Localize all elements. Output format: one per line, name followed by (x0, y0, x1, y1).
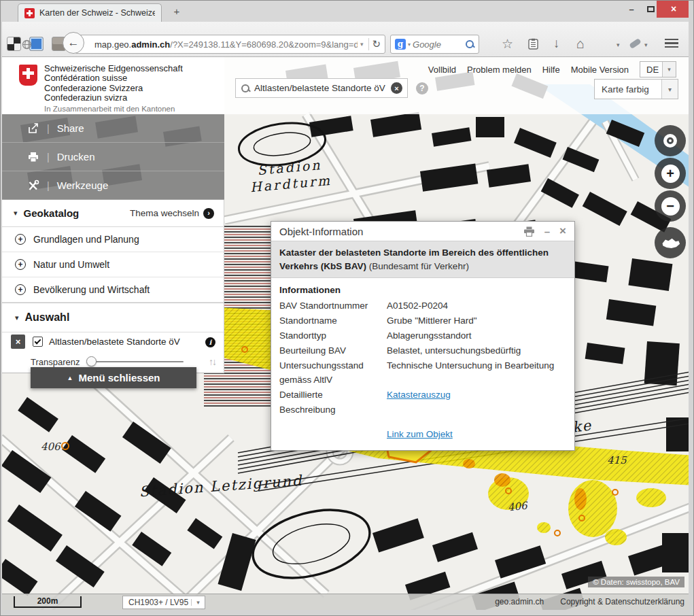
expand-plus-icon[interactable]: + (15, 234, 26, 245)
object-info-popup: Objekt-Information – × Kataster der bela… (271, 221, 575, 451)
clear-search-icon[interactable]: × (391, 82, 402, 94)
popup-titlebar[interactable]: Objekt-Information – × (271, 222, 574, 241)
info-row: Standortname Grube "Mittlerer Hard" (279, 313, 566, 328)
elevation-label: 406 (507, 500, 527, 514)
expand-plus-icon[interactable]: + (15, 259, 26, 270)
field-label: Detaillierte Beschreibung (279, 388, 380, 417)
map-attribution: © Daten: swisstopo, BAV (588, 577, 684, 587)
category-grundlagen[interactable]: + Grundlagen und Planung (0, 227, 224, 252)
search-icon[interactable] (465, 39, 474, 49)
slider-handle[interactable] (86, 356, 97, 366)
reload-icon[interactable]: ↻ (372, 38, 381, 50)
link-vollbild[interactable]: Vollbild (428, 65, 456, 75)
elevation-label: 406 (41, 441, 60, 453)
window-minimize-button[interactable]: – (621, 1, 642, 16)
remove-layer-button[interactable]: × (11, 335, 25, 349)
projection-value: CH1903+ / LV95 (123, 598, 191, 607)
site-header: Schweizerische Eidgenossenschaft Confédé… (0, 57, 694, 114)
triangle-up-icon: ▲ (67, 375, 73, 381)
extension-icon[interactable] (7, 37, 21, 51)
chevron-down-icon[interactable]: ▾ (617, 41, 620, 48)
category-label: Grundlagen und Planung (33, 234, 139, 245)
new-tab-button[interactable]: + (169, 5, 185, 19)
chevron-down-icon[interactable]: ▾ (644, 41, 648, 48)
browser-search-input[interactable] (413, 39, 463, 50)
reorder-arrows-icon[interactable]: ↑↓ (209, 356, 215, 367)
print-icon[interactable] (523, 226, 535, 237)
url-dropdown-icon[interactable]: ▾ (360, 41, 364, 48)
layer-row: × Altlasten/belastete Standorte öV i (0, 332, 224, 351)
sidebar: | Share | Drucken | Werkzeuge ▾ Geokatal… (0, 114, 224, 373)
search-help-icon[interactable]: ? (416, 82, 428, 95)
minimize-icon[interactable]: – (544, 226, 550, 237)
selection-header[interactable]: ▾ Auswahl (0, 303, 224, 332)
back-button[interactable]: ← (63, 32, 84, 54)
bookmark-star-icon[interactable]: ☆ (502, 36, 513, 52)
language-value: DE (640, 65, 662, 75)
category-bevoelkerung[interactable]: + Bevölkerung und Wirtschaft (0, 277, 224, 303)
geocatalog-title: Geokatalog (24, 207, 130, 219)
close-menu-button[interactable]: ▲ Menü schliessen (31, 367, 196, 388)
share-button[interactable]: | Share (0, 114, 224, 143)
downloads-icon[interactable]: ↓ (553, 36, 560, 51)
browser-tab[interactable]: Karten der Schweiz - Schweize... (18, 3, 162, 22)
zoom-in-button[interactable]: + (655, 158, 686, 189)
footer-site-link[interactable]: geo.admin.ch (495, 597, 544, 606)
confederation-text: Schweizerische Eidgenossenschaft Confédé… (44, 64, 183, 103)
transparency-label: Transparenz (31, 357, 80, 367)
elevation-label: 415 (607, 454, 627, 466)
close-icon[interactable]: × (559, 224, 566, 238)
map-search-input[interactable] (254, 83, 387, 93)
window-frame (0, 0, 2, 616)
link-problem-melden[interactable]: Problem melden (467, 65, 532, 75)
footer-copyright-link[interactable]: Copyright & Datenschutzerklärung (560, 597, 684, 606)
window-titlebar[interactable]: Karten der Schweiz - Schweize... + – × (0, 0, 694, 22)
theme-switch-link[interactable]: Thema wechseln › (130, 208, 214, 219)
transparency-slider[interactable] (88, 361, 184, 362)
field-label: Standortname (279, 313, 380, 328)
expand-plus-icon[interactable]: + (15, 284, 26, 295)
map-style-select[interactable]: Karte farbig ▾ (594, 79, 678, 99)
object-link[interactable]: Link zum Objekt (387, 429, 453, 439)
link-mobile-version[interactable]: Mobile Version (571, 65, 629, 75)
tools-button[interactable]: | Werkzeuge (0, 171, 224, 200)
language-select[interactable]: DE ▾ (640, 61, 676, 78)
layer-checkbox[interactable] (33, 337, 43, 347)
chevron-down-icon[interactable]: ▾ (408, 41, 411, 48)
layer-label: Altlasten/belastete Standorte öV (49, 337, 180, 347)
arrow-right-icon: › (203, 208, 214, 219)
swiss-favicon-icon (24, 8, 35, 18)
map-search-box[interactable]: × (235, 78, 408, 98)
window-close-button[interactable]: × (657, 0, 691, 18)
field-value: Grube "Mittlerer Hard" (387, 313, 566, 328)
projection-select[interactable]: CH1903+ / LV95 ▾ (122, 596, 205, 609)
menu-hamburger-icon[interactable] (665, 39, 678, 48)
print-button[interactable]: | Drucken (0, 143, 224, 171)
info-row: Beurteilung BAV Belastet, untersuchungsb… (279, 343, 566, 358)
geocatalog-header[interactable]: ▾ Geokatalog Thema wechseln › (0, 200, 224, 227)
divider: | (47, 180, 50, 191)
browser-search-bar[interactable]: g ▾ (390, 35, 479, 54)
layer-info-icon[interactable]: i (205, 337, 215, 347)
katasterauszug-link[interactable]: Katasterauszug (387, 388, 566, 417)
triangle-down-icon: ▾ (14, 209, 18, 218)
geolocate-button[interactable] (655, 125, 686, 156)
minus-icon: − (661, 197, 680, 216)
window-frame (0, 610, 694, 616)
divider: | (47, 123, 50, 134)
header-logo-block: Schweizerische Eidgenossenschaft Confédé… (0, 57, 224, 114)
bookmarks-list-icon[interactable] (527, 38, 539, 50)
url-bar[interactable]: map.geo.admin.ch/?X=249138.11&Y=680698.2… (75, 35, 385, 54)
globe-icon (22, 39, 32, 50)
default-extent-button[interactable] (655, 227, 686, 258)
field-label: Beurteilung BAV (279, 343, 380, 358)
swiss-shield-icon (19, 65, 37, 86)
zoom-out-button[interactable]: − (655, 190, 686, 222)
category-natur[interactable]: + Natur und Umwelt (0, 252, 224, 277)
home-icon[interactable]: ⌂ (576, 36, 585, 52)
search-icon (241, 84, 250, 93)
geolocate-icon (663, 134, 677, 148)
link-hilfe[interactable]: Hilfe (542, 65, 560, 75)
close-menu-label: Menü schliessen (78, 372, 160, 383)
org-line: Confédération suisse (44, 73, 183, 83)
